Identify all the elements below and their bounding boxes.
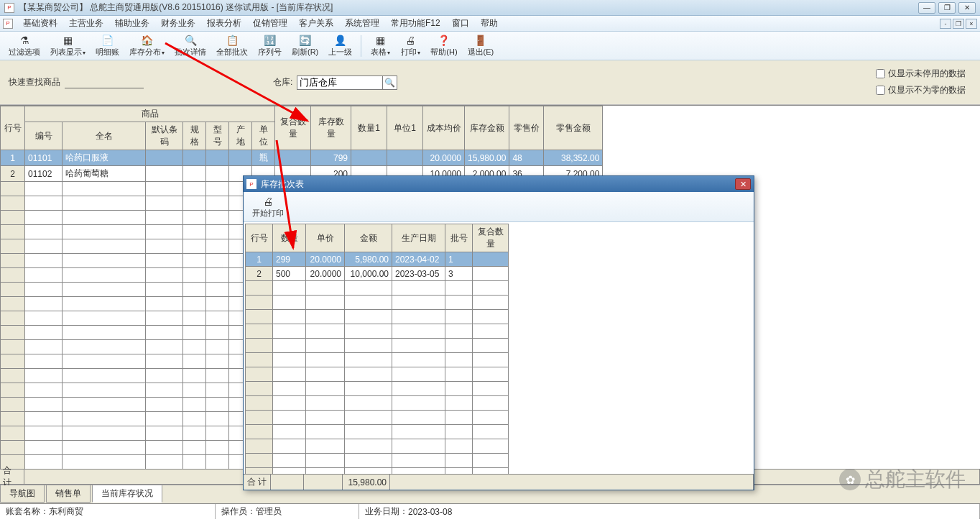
table-row[interactable]: [246, 468, 509, 475]
tool-退出(E)[interactable]: 🚪退出(E): [463, 33, 499, 59]
print-button[interactable]: 🖨 开始打印: [248, 194, 288, 220]
search-icon: 🔍: [384, 78, 395, 88]
show-nonzero-checkbox[interactable]: 仅显示不为零的数据: [876, 84, 966, 96]
show-enabled-checkbox[interactable]: 仅显示未停用的数据: [876, 68, 966, 80]
menu-窗口[interactable]: 窗口: [446, 17, 475, 29]
table-row[interactable]: [246, 353, 509, 367]
dialog-close-button[interactable]: ✕: [735, 178, 751, 190]
mdi-minimize[interactable]: -: [940, 19, 951, 29]
menu-报表分析[interactable]: 报表分析: [201, 17, 247, 29]
table-row[interactable]: 101101哈药口服液瓶79920.000015,980.004838,352.…: [1, 150, 603, 166]
table-row[interactable]: [246, 425, 509, 439]
tool-序列号[interactable]: 🔢序列号: [254, 33, 286, 59]
window-title: 【某某商贸公司】 总舵主商贸通用版(V8.6 20151016) 迷你试用版 -…: [19, 1, 918, 14]
table-row[interactable]: [246, 411, 509, 425]
title-bar: P 【某某商贸公司】 总舵主商贸通用版(V8.6 20151016) 迷你试用版…: [0, 0, 980, 16]
table-row[interactable]: [246, 324, 509, 339]
menu-系统管理[interactable]: 系统管理: [339, 17, 385, 29]
帮助(H)-icon: ❓: [438, 35, 450, 46]
doc-icon: P: [3, 19, 13, 29]
tool-库存分布[interactable]: 🏠库存分布▾: [125, 33, 169, 59]
tool-打印[interactable]: 🖨打印▾: [396, 33, 425, 59]
mdi-close[interactable]: ×: [966, 19, 977, 29]
table-row[interactable]: [246, 339, 509, 353]
minimize-button[interactable]: —: [918, 2, 935, 14]
退出(E)-icon: 🚪: [475, 35, 486, 46]
dialog-titlebar: P 库存批次表 ✕: [244, 176, 754, 192]
table-row[interactable]: [246, 454, 509, 468]
库存分布-icon: 🏠: [142, 35, 153, 46]
table-row[interactable]: [246, 281, 509, 296]
quick-search-label: 快速查找商品: [9, 76, 60, 88]
过滤选项-icon: ⚗: [19, 35, 30, 46]
status-bar: 账套名称：东利商贸 操作员：管理员 业务日期：2023-03-08: [0, 503, 980, 519]
tab-当前库存状况[interactable]: 当前库存状况: [92, 485, 162, 503]
warehouse-label: 仓库:: [273, 76, 292, 88]
明细账-icon: 📄: [102, 35, 114, 46]
打印-icon: 🖨: [405, 35, 416, 46]
table-row[interactable]: [246, 396, 509, 411]
menu-bar: P 基础资料主营业务辅助业务财务业务报表分析促销管理客户关系系统管理常用功能F1…: [0, 16, 980, 32]
menu-常用功能F12[interactable]: 常用功能F12: [385, 17, 446, 29]
app-icon: P: [4, 3, 14, 13]
menu-促销管理[interactable]: 促销管理: [247, 17, 293, 29]
batch-dialog: P 库存批次表 ✕ 🖨 开始打印 行号数量单价金额生产日期批号复合数量12992…: [243, 175, 754, 490]
列表显示-icon: ▦: [63, 35, 74, 46]
mdi-restore[interactable]: ❐: [953, 19, 964, 29]
menu-主营业务[interactable]: 主营业务: [63, 17, 109, 29]
table-row[interactable]: [246, 367, 509, 382]
上一级-icon: 👤: [335, 35, 346, 46]
tool-上一级[interactable]: 👤上一级: [324, 33, 356, 59]
dialog-title: 库存批次表: [261, 178, 735, 191]
tool-刷新(R)[interactable]: 🔄刷新(R): [287, 33, 323, 59]
maximize-button[interactable]: ❐: [938, 2, 956, 14]
dialog-grid[interactable]: 行号数量单价金额生产日期批号复合数量129920.00005,980.00202…: [244, 222, 754, 474]
warehouse-input[interactable]: [297, 75, 383, 90]
全部批次-icon: 📋: [226, 35, 238, 46]
table-row[interactable]: [246, 382, 509, 396]
table-row[interactable]: [246, 296, 509, 310]
dialog-icon: P: [246, 179, 256, 189]
tool-全部批次[interactable]: 📋全部批次: [212, 33, 252, 59]
table-row[interactable]: 129920.00005,980.002023-04-021: [246, 252, 509, 267]
watermark: ✿ 总舵主软件: [839, 466, 966, 493]
tool-列表显示[interactable]: ▦列表显示▾: [46, 33, 90, 59]
table-row[interactable]: [246, 310, 509, 324]
tool-明细账[interactable]: 📄明细账: [91, 33, 124, 59]
tab-销售单[interactable]: 销售单: [46, 485, 91, 503]
批次详情-icon: 🔍: [185, 35, 196, 46]
warehouse-search-button[interactable]: 🔍: [383, 75, 397, 90]
toolbar: ⚗过滤选项▦列表显示▾📄明细账🏠库存分布▾🔍批次详情📋全部批次🔢序列号🔄刷新(R…: [0, 32, 980, 60]
table-row[interactable]: 250020.000010,000.002023-03-053: [246, 267, 509, 281]
表格-icon: ▦: [374, 35, 386, 46]
close-button[interactable]: ✕: [958, 2, 976, 14]
tab-导航图[interactable]: 导航图: [0, 485, 45, 503]
menu-财务业务[interactable]: 财务业务: [155, 17, 201, 29]
filter-panel: 快速查找商品 仓库: 🔍 仅显示未停用的数据 仅显示不为零的数据: [0, 60, 980, 105]
dialog-toolbar: 🖨 开始打印: [244, 192, 754, 222]
tool-帮助(H)[interactable]: ❓帮助(H): [426, 33, 461, 59]
menu-基础资料[interactable]: 基础资料: [17, 17, 63, 29]
tool-批次详情[interactable]: 🔍批次详情: [170, 33, 211, 59]
total-label: 合 计: [0, 470, 24, 485]
dialog-total-row: 合 计 15,980.00: [244, 474, 754, 490]
printer-icon: 🖨: [262, 196, 274, 207]
table-row[interactable]: [246, 439, 509, 454]
tool-表格[interactable]: ▦表格▾: [366, 33, 394, 59]
menu-客户关系[interactable]: 客户关系: [293, 17, 339, 29]
menu-帮助[interactable]: 帮助: [475, 17, 504, 29]
刷新(R)-icon: 🔄: [300, 35, 311, 46]
tool-过滤选项[interactable]: ⚗过滤选项: [4, 33, 45, 59]
wechat-icon: ✿: [839, 469, 861, 490]
序列号-icon: 🔢: [264, 35, 276, 46]
quick-search-input[interactable]: [65, 77, 144, 88]
menu-辅助业务[interactable]: 辅助业务: [109, 17, 155, 29]
